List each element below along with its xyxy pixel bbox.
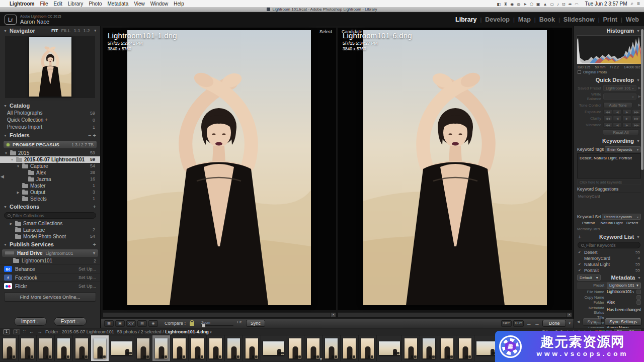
keyword-set-item[interactable]: Portrait [577, 221, 600, 225]
metadata-field-value[interactable]: Alex [607, 300, 634, 305]
candidate-pane[interactable]: Candidate Lightroom101-6.dng 5/7/15 5:34… [338, 28, 572, 310]
mic-icon[interactable]: ♪ [557, 2, 559, 7]
filmstrip-thumbnail[interactable] [343, 338, 356, 358]
previous-photo-arrow-icon[interactable]: ← [526, 321, 532, 326]
metadata-header[interactable]: Metadata ▼ [611, 275, 641, 281]
filmstrip-cell[interactable] [37, 335, 55, 361]
menu-metadata[interactable]: Metadata [108, 1, 129, 7]
import-button[interactable]: Import... [14, 317, 47, 326]
collections-header[interactable]: ▼ Collections + [0, 202, 100, 211]
candidate-scroll-track[interactable] [338, 313, 567, 317]
keyword-suggestion[interactable]: MemoryCard [578, 194, 640, 199]
filmstrip-cell[interactable] [171, 335, 189, 361]
filmstrip-thumbnail[interactable] [209, 338, 222, 358]
menu-file[interactable]: File [40, 1, 48, 7]
folder-disclosure-icon[interactable]: ▼ [10, 156, 14, 163]
filmstrip-thumbnail[interactable] [379, 341, 400, 355]
module-map[interactable]: Map [518, 16, 531, 23]
filmstrip-thumbnail[interactable] [289, 338, 301, 358]
make-select-icon[interactable]: X↤Y [513, 320, 524, 327]
filmstrip-thumbnail[interactable] [173, 338, 186, 358]
menu-photo[interactable]: Photo [89, 1, 102, 7]
select-photo[interactable] [127, 30, 311, 305]
candidate-photo[interactable] [363, 30, 547, 305]
notification-center-icon[interactable]: ≡ [637, 1, 640, 6]
collapse-triangle-icon[interactable]: ▼ [4, 29, 7, 33]
metadata-field-value[interactable]: Lightroom101-4.dng [607, 290, 634, 294]
n-badge-icon[interactable]: ◧ [497, 2, 501, 7]
filmstrip-thumbnail[interactable] [111, 341, 132, 355]
metadata-action-button[interactable] [636, 290, 641, 294]
auto-tone-button[interactable]: Auto Tone [603, 102, 632, 108]
record-icon[interactable]: ◉ [510, 2, 514, 7]
window-icon[interactable]: ▭ [550, 2, 554, 7]
filmstrip-cell[interactable] [341, 335, 359, 361]
folders-header[interactable]: ▼ Folders − + [0, 131, 100, 139]
filmstrip-cell[interactable] [359, 335, 377, 361]
painter-view-icon[interactable]: ◉ [148, 320, 158, 327]
keyword-filter-input[interactable]: Filter Keywords [578, 242, 640, 248]
filmstrip-cell[interactable] [456, 335, 474, 361]
zoom-mode-fill[interactable]: FILL [61, 28, 70, 33]
filmstrip-cell[interactable] [402, 335, 420, 361]
stepper-button-1[interactable]: ◀ [613, 116, 622, 121]
filmstrip-cell[interactable] [91, 335, 109, 361]
keyword-check-icon[interactable]: ✓ [578, 250, 582, 255]
publish-hard-drive-row[interactable]: Hard Drive Lightroom101 ▾ [2, 249, 98, 257]
menu-view[interactable]: View [134, 1, 145, 7]
metadata-field-value[interactable]: Has been changed [607, 308, 641, 312]
stepper-button-2[interactable]: ▶ [622, 109, 631, 115]
navigator-preview[interactable] [5, 36, 95, 98]
shield-icon[interactable]: ♜ [504, 2, 507, 7]
main-window-button[interactable]: 1 [3, 329, 10, 334]
folder-row-2015[interactable]: ▼201559 [0, 150, 100, 156]
select-pane[interactable]: Select Lightroom101-1.dng 5/7/15 5:29:41… [103, 28, 336, 310]
keyword-check-icon[interactable]: ✓ [578, 268, 582, 273]
keyword-list-header[interactable]: + Keyword List ▼ [574, 232, 644, 241]
collection-row-lanscape[interactable]: Lanscape2 [0, 227, 100, 233]
module-print[interactable]: Print [603, 16, 617, 23]
collapse-triangle-icon[interactable]: ▼ [4, 205, 7, 209]
filmstrip-cell[interactable] [243, 335, 261, 361]
collapse-triangle-icon[interactable]: ▼ [636, 78, 640, 82]
filmstrip-thumbnail[interactable] [3, 338, 16, 358]
filmstrip-thumbnail[interactable] [423, 338, 435, 358]
filmstrip-thumbnail[interactable] [325, 338, 338, 358]
keywording-header[interactable]: Keywording ▼ [574, 136, 644, 145]
catalog-header[interactable]: ▼ Catalog [0, 101, 100, 110]
filmstrip-thumbnail[interactable] [94, 338, 106, 358]
filmstrip-cell[interactable] [420, 335, 438, 361]
module-web[interactable]: Web [626, 16, 639, 23]
menu-library[interactable]: Library [68, 1, 84, 7]
collapse-triangle-icon[interactable]: ▼ [637, 276, 641, 280]
keyword-tags-textarea[interactable]: Desert, Natural Light, Portrait [577, 153, 641, 178]
select-close-icon[interactable]: ✕ [331, 313, 336, 317]
filmstrip-cell[interactable] [207, 335, 225, 361]
stepper-button-0[interactable]: ◀◀ [603, 122, 612, 128]
zoom-slider[interactable] [201, 325, 233, 326]
window-title-bar[interactable]: Lightroom 101.lrcat - Adobe Photoshop Li… [0, 7, 644, 12]
filmstrip-cell[interactable] [134, 335, 152, 361]
sync-collapse-icon[interactable]: ◀ [577, 320, 580, 324]
filmstrip-thumbnail[interactable] [441, 338, 453, 358]
forward-arrow-icon[interactable]: → [37, 329, 42, 334]
publish-service-be[interactable]: BēBehanceSet Up... [0, 264, 100, 273]
compare-view-icon[interactable]: X|Y [126, 320, 136, 327]
zoom-mode-fit[interactable]: FIT [51, 28, 58, 33]
forward-icon[interactable]: ➦ [569, 2, 572, 7]
stepper-button-1[interactable]: ◀ [613, 122, 622, 128]
folder-disclosure-icon[interactable]: ▼ [4, 150, 8, 156]
filmstrip-selection-info[interactable]: 59 photos / 2 selected / Lightroom101-4.… [117, 329, 212, 334]
collapse-triangle-icon[interactable]: ▼ [636, 29, 640, 33]
setup-link[interactable]: Set Up... [78, 275, 96, 280]
setup-link[interactable]: Set Up... [78, 284, 96, 289]
publish-service-fb[interactable]: fFacebookSet Up... [0, 273, 100, 282]
menu-bar-clock[interactable]: Tue Jun 2 3:57 PM [585, 1, 627, 7]
filmstrip-thumbnail[interactable] [405, 338, 417, 358]
menu-lightroom[interactable]: Lightroom [10, 1, 34, 7]
module-develop[interactable]: Develop [485, 16, 510, 23]
setup-link[interactable]: Set Up... [78, 266, 96, 272]
filmstrip-cell[interactable] [189, 335, 207, 361]
folder-row-master[interactable]: Master1 [0, 183, 100, 189]
folder-row-jazma[interactable]: Jazma16 [0, 176, 100, 183]
